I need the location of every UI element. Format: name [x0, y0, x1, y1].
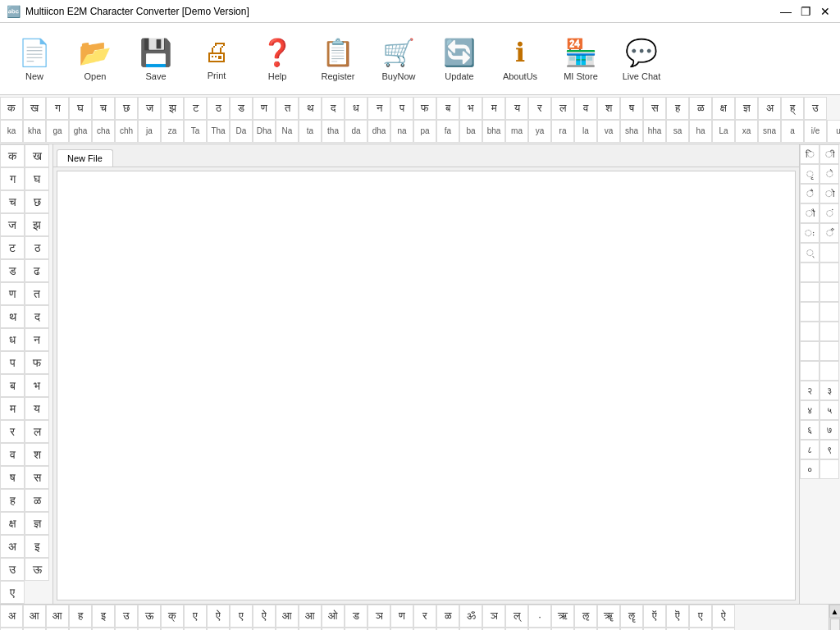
top-char-latin-36[interactable]: u [827, 120, 840, 143]
left-char-1-0[interactable]: ग [0, 167, 25, 190]
right-char-3-1[interactable]: ◌ं [819, 203, 839, 223]
right-char-5-0[interactable]: ◌् [800, 243, 819, 262]
top-char-devanagari-4[interactable]: च [92, 97, 115, 120]
left-char-15-0[interactable]: ह [0, 489, 25, 512]
top-char-devanagari-6[interactable]: ज [138, 97, 161, 120]
top-char-latin-8[interactable]: Ta [184, 120, 207, 143]
top-char-devanagari-1[interactable]: ख [23, 97, 46, 120]
minimize-button[interactable]: — [778, 3, 794, 20]
right-char-1-0[interactable]: ◌ृ [800, 164, 819, 184]
top-char-latin-29[interactable]: sa [666, 120, 689, 143]
top-char-devanagari-2[interactable]: ग [46, 97, 69, 120]
top-char-devanagari-5[interactable]: छ [115, 97, 138, 120]
bottom-char-0-13[interactable]: आ [299, 605, 322, 628]
top-char-devanagari-7[interactable]: झ [161, 97, 184, 120]
left-char-8-1[interactable]: न [25, 328, 49, 351]
right-char-12-0[interactable]: २ [800, 381, 819, 400]
aboutus-button[interactable]: ℹAboutUs [491, 28, 550, 90]
left-char-3-0[interactable]: ज [0, 213, 25, 236]
top-char-latin-24[interactable]: ra [551, 120, 574, 143]
bottom-char-0-5[interactable]: उ [115, 605, 138, 628]
top-char-devanagari-18[interactable]: फ [413, 97, 436, 120]
top-char-latin-20[interactable]: ba [459, 120, 482, 143]
left-char-17-0[interactable]: अ [0, 535, 25, 558]
left-char-7-0[interactable]: थ [0, 305, 25, 328]
left-char-0-1[interactable]: ख [25, 144, 49, 167]
left-char-13-0[interactable]: व [0, 443, 25, 466]
top-char-latin-30[interactable]: ha [689, 120, 712, 143]
top-char-devanagari-24[interactable]: ल [551, 97, 574, 120]
top-char-latin-23[interactable]: ya [528, 120, 551, 143]
left-char-15-1[interactable]: ळ [25, 489, 49, 512]
top-char-latin-25[interactable]: la [574, 120, 597, 143]
top-char-latin-32[interactable]: xa [735, 120, 758, 143]
top-char-latin-19[interactable]: fa [436, 120, 459, 143]
buynow-button[interactable]: 🛒BuyNow [369, 28, 428, 90]
top-char-latin-26[interactable]: va [597, 120, 620, 143]
top-char-latin-15[interactable]: da [345, 120, 368, 143]
top-char-devanagari-35[interactable]: उ [804, 97, 827, 120]
top-char-devanagari-10[interactable]: ड [230, 97, 253, 120]
top-char-devanagari-9[interactable]: ठ [207, 97, 230, 120]
left-char-5-0[interactable]: ड [0, 259, 25, 282]
top-char-latin-12[interactable]: Na [276, 120, 299, 143]
bottom-char-0-15[interactable]: ड [345, 605, 368, 628]
top-char-latin-10[interactable]: Da [230, 120, 253, 143]
top-char-latin-33[interactable]: sna [758, 120, 781, 143]
bottom-char-0-23[interactable]: · [528, 605, 551, 628]
left-char-8-0[interactable]: ध [0, 328, 25, 351]
top-char-devanagari-25[interactable]: व [574, 97, 597, 120]
top-char-devanagari-19[interactable]: ब [436, 97, 459, 120]
bottom-char-0-16[interactable]: ञ [368, 605, 390, 628]
left-char-11-0[interactable]: म [0, 397, 25, 420]
bottom-char-0-14[interactable]: ओ [322, 605, 345, 628]
right-char-0-0[interactable]: ◌ि [800, 144, 819, 164]
right-char-0-1[interactable]: ◌ी [819, 144, 839, 164]
bottom-char-0-21[interactable]: ञ [482, 605, 505, 628]
left-char-12-0[interactable]: र [0, 420, 25, 443]
left-char-1-1[interactable]: घ [25, 167, 49, 190]
top-char-latin-9[interactable]: Tha [207, 120, 230, 143]
top-char-latin-31[interactable]: La [712, 120, 735, 143]
top-char-latin-27[interactable]: sha [620, 120, 643, 143]
left-char-7-1[interactable]: द [25, 305, 49, 328]
bottom-char-0-26[interactable]: ॠ [597, 605, 620, 628]
top-char-devanagari-12[interactable]: त [276, 97, 299, 120]
help-button[interactable]: ❓Help [248, 28, 307, 90]
maximize-button[interactable]: ❐ [797, 3, 814, 20]
right-char-13-0[interactable]: ४ [800, 400, 819, 420]
right-char-15-1[interactable]: ९ [819, 440, 839, 459]
bottom-char-0-11[interactable]: ऐ [253, 605, 276, 628]
top-char-devanagari-21[interactable]: म [482, 97, 505, 120]
bottom-char-0-9[interactable]: ऐ [207, 605, 230, 628]
bottom-char-0-1[interactable]: आ [23, 605, 46, 628]
new-file-tab[interactable]: New File [57, 149, 113, 167]
top-char-latin-17[interactable]: na [390, 120, 413, 143]
left-char-12-1[interactable]: ल [25, 420, 49, 443]
bottom-char-0-22[interactable]: ल् [505, 605, 528, 628]
top-char-devanagari-14[interactable]: द [322, 97, 345, 120]
left-char-6-1[interactable]: त [25, 282, 49, 305]
top-char-latin-1[interactable]: kha [23, 120, 46, 143]
top-char-devanagari-27[interactable]: ष [620, 97, 643, 120]
bottom-char-0-6[interactable]: ऊ [138, 605, 161, 628]
bottom-char-0-24[interactable]: ऋ [551, 605, 574, 628]
top-char-devanagari-20[interactable]: भ [459, 97, 482, 120]
top-char-latin-14[interactable]: tha [322, 120, 345, 143]
top-char-latin-11[interactable]: Dha [253, 120, 276, 143]
bottom-char-0-4[interactable]: इ [92, 605, 115, 628]
right-char-16-0[interactable]: ० [800, 459, 819, 479]
scroll-up-arrow[interactable]: ▲ [829, 605, 841, 618]
top-char-latin-3[interactable]: gha [69, 120, 92, 143]
bottom-char-0-28[interactable]: ऍ [643, 605, 666, 628]
top-char-devanagari-11[interactable]: ण [253, 97, 276, 120]
right-char-14-0[interactable]: ६ [800, 420, 819, 440]
top-char-latin-21[interactable]: bha [482, 120, 505, 143]
top-char-latin-0[interactable]: ka [0, 120, 23, 143]
bottom-char-0-17[interactable]: ण [390, 605, 413, 628]
top-char-devanagari-34[interactable]: ह् [781, 97, 804, 120]
top-char-latin-16[interactable]: dha [368, 120, 390, 143]
close-button[interactable]: ✕ [817, 3, 833, 20]
top-char-latin-5[interactable]: chh [115, 120, 138, 143]
save-button[interactable]: 💾Save [126, 28, 185, 90]
